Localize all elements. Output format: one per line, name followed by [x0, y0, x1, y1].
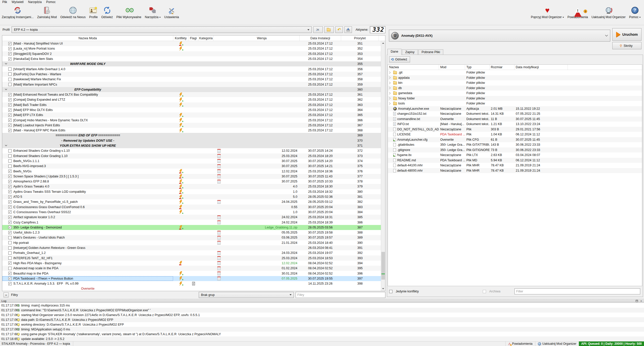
- mod-row[interactable]: [Maid] Warfare Important NPCs25.03.2024 …: [2, 82, 381, 87]
- file-tree-folder-row[interactable]: Nowy folderFolder plików: [388, 96, 642, 101]
- mod-row[interactable]: ✓PDA Taskboard - iTheon + Previous Butto…: [2, 276, 381, 281]
- file-tree-file-row[interactable]: AnomalyLauncher.cfgOverwritePlik CFG61 B…: [388, 137, 642, 142]
- separator-row[interactable]: YOUR EXTRA MODS SHOW UP HERE371: [2, 143, 381, 148]
- mod-checkbox[interactable]: [8, 251, 12, 255]
- expand-chevron-icon[interactable]: [389, 87, 392, 89]
- toolbar-button-zarządzaj-instancjami[interactable]: Zarządzaj Instancjami...: [0, 5, 35, 19]
- column-header-notes[interactable]: [214, 35, 224, 41]
- mod-row[interactable]: ✓[Compat] Dialog Expanded and LTTZ+25.03…: [2, 97, 381, 102]
- file-tree-file-row[interactable]: commandline.txtOverwriteDokument tekst..…: [388, 117, 642, 122]
- log-entry[interactable]: 01:17:18.658update available: 2.5.0 -> 2…: [0, 336, 644, 341]
- mod-checkbox[interactable]: ✓: [8, 282, 12, 285]
- mod-checkbox[interactable]: ✓: [8, 210, 12, 214]
- mod-row[interactable]: [hawkieowl] Warfare Mechanic Fix25.03.20…: [2, 77, 381, 82]
- close-icon[interactable]: ×: [640, 299, 642, 302]
- file-tree-folder-row[interactable]: binFolder plików: [388, 80, 642, 86]
- mod-row[interactable]: [DuxFortis] Dux Patches - Warfare25.03.2…: [2, 72, 381, 77]
- profile-select[interactable]: EFP 4.2 — kopia: [12, 26, 312, 33]
- mod-checkbox[interactable]: [8, 67, 12, 71]
- restore-backup-button[interactable]: ↶: [335, 26, 343, 33]
- mod-row[interactable]: ✓Beefs_NVGs+12.02.202425.03.2024 18:3637…: [2, 169, 381, 174]
- mod-checkbox[interactable]: ✓: [8, 272, 12, 275]
- mod-checkbox[interactable]: ✓: [8, 221, 12, 224]
- mod-row[interactable]: ✓C Consciousness Trees Overhaul SSS22+1.…: [2, 210, 381, 215]
- mod-checkbox[interactable]: ✓: [8, 113, 12, 117]
- separator-row[interactable]: EFP Compatibility360: [2, 87, 381, 92]
- mod-checkbox[interactable]: [8, 241, 12, 244]
- mod-checkbox[interactable]: ✓: [8, 119, 12, 122]
- mod-row[interactable]: ✓[Maid - Haruka] Simplified Vision UI+25…: [2, 41, 381, 46]
- mod-checkbox[interactable]: ✓: [8, 108, 12, 112]
- mod-row[interactable]: ✓Cozy Campfires.124.02.202425.03.2024 18…: [2, 220, 381, 225]
- mod-checkbox[interactable]: ✓: [8, 216, 12, 219]
- mod-row[interactable]: Maki's Gestures - Useful Idiots Patch03.…: [2, 235, 381, 240]
- file-tree-file-row[interactable]: README.mdPDA Taskboard ...Plik MD5.94 KB…: [388, 158, 642, 163]
- file-tree-folder-row[interactable]: toolsFolder plików: [388, 101, 642, 106]
- mod-row[interactable]: ✓Atmospherics EFP 2.68.8+30.07.202530.07…: [2, 179, 381, 184]
- column-header-file-date[interactable]: Data modyfikacji: [514, 65, 568, 70]
- mod-checkbox[interactable]: ✓: [8, 190, 12, 193]
- mod-checkbox[interactable]: ✓: [8, 200, 12, 204]
- mod-checkbox[interactable]: ✓: [8, 170, 12, 173]
- scroll-up-button[interactable]: [381, 41, 385, 45]
- group-by-select[interactable]: Brak grup: [199, 292, 294, 298]
- file-tree-file-row[interactable]: INFO.txt[Maid - Haruka]...Dokument tekst…: [388, 122, 642, 127]
- column-header-file-mod[interactable]: Mod: [439, 65, 465, 70]
- mod-row[interactable]: Hip portrait21.01.202425.03.2024 18:4039…: [2, 240, 381, 245]
- mod-row[interactable]: ✓350- Ledge Grabbing - Demonized+Ledge_G…: [2, 225, 381, 230]
- menu-item-pomoc[interactable]: Pomoc: [44, 0, 58, 4]
- toolbar-button-odwiedź-na-nexus[interactable]: Odwiedź na Nexus: [59, 5, 88, 19]
- mod-row[interactable]: ✓High Res PDA Maps - Bazingarrey12.02.20…: [2, 261, 381, 266]
- toolbar-button-ustawienia[interactable]: Ustawienia: [163, 5, 181, 19]
- mod-row[interactable]: Portraits_Overhaul_1.224.03.202425.03.20…: [2, 250, 381, 255]
- file-tree-file-row[interactable]: AnomalyLauncher.exeNiezarządzaneAplikacj…: [388, 106, 642, 111]
- file-tree-file-row[interactable]: .gitattributes350- Ledge Gra...Plik GITA…: [388, 142, 642, 147]
- toolbar-button-uaktualnij-mod-organizer[interactable]: Uaktualnij Mod Organizer: [590, 5, 627, 19]
- expand-chevron-icon[interactable]: [389, 71, 392, 74]
- expand-chevron-icon[interactable]: [389, 102, 392, 105]
- only-conflicts-checkbox[interactable]: [389, 290, 392, 293]
- mod-checkbox[interactable]: ✓: [8, 185, 12, 188]
- mod-row[interactable]: ✓[Compat] Hobo Matches - More Dynamic Ta…: [2, 118, 381, 123]
- expand-chevron-icon[interactable]: [389, 97, 392, 100]
- tab-dane[interactable]: Dane: [387, 49, 401, 55]
- mod-checkbox[interactable]: ✓: [8, 93, 12, 96]
- file-tree-folder-row[interactable]: gamedataFolder plików: [388, 91, 642, 96]
- shortcuts-button[interactable]: ⚲ Skróty: [612, 42, 641, 49]
- refresh-button[interactable]: ⟲ Odśwież: [389, 56, 410, 62]
- create-backup-button[interactable]: [344, 26, 352, 33]
- status-update[interactable]: Uaktualnij Mod Organizer: [535, 341, 579, 346]
- mod-row[interactable]: ✓[Maid] EFP LTX Edits+25.03.2024 17:1236…: [2, 112, 381, 118]
- mod-checkbox[interactable]: [8, 165, 12, 168]
- mod-checkbox[interactable]: [8, 78, 12, 81]
- toolbar-button-poprzyj-mod-organizer[interactable]: ♥Poprzyj Mod Organizer: [529, 5, 566, 19]
- scroll-down-button[interactable]: [381, 287, 385, 291]
- mod-checkbox[interactable]: [8, 159, 12, 163]
- mod-checkbox[interactable]: [8, 83, 12, 86]
- mod-row[interactable]: ✓Useful_Idiots-1.2.305.05.202530.07.2025…: [2, 230, 381, 235]
- mod-checkbox[interactable]: ✓: [8, 103, 12, 106]
- file-tree-file-row[interactable]: default-44100.mhrNiezarządzanePlik MHR78…: [388, 163, 642, 168]
- executable-select[interactable]: ☢ Anomaly (DX11-AVX): [389, 30, 610, 42]
- mod-checkbox[interactable]: ✓: [8, 124, 12, 127]
- mod-checkbox[interactable]: ✓: [8, 261, 12, 265]
- scrollbar-thumb[interactable]: [381, 252, 385, 280]
- tab-pobrane-pliki[interactable]: Pobrane Pliki: [418, 49, 444, 55]
- mod-row[interactable]: ✓Aydin's Grass Tweaks 4.0+4.025.03.2024 …: [2, 184, 381, 189]
- mod-checkbox[interactable]: [8, 149, 12, 152]
- toolbar-button-pliki-wykonywalne[interactable]: ⚙⚙Pliki Wykonywalne: [115, 5, 143, 19]
- menu-item-wyświetl[interactable]: Wyświetl: [9, 0, 26, 4]
- mod-checkbox[interactable]: ✓: [8, 226, 12, 229]
- log-entry[interactable]: 01:17:17.062working directory: D:/Games/…: [0, 322, 644, 327]
- toolbar-button-narzędzia[interactable]: Narzędzia: [143, 5, 163, 19]
- column-header-category[interactable]: Kategoria: [198, 35, 214, 41]
- archives-checkbox[interactable]: [483, 290, 486, 293]
- separator-row[interactable]: ============ END OF EFP ============369: [2, 133, 381, 138]
- mod-checkbox[interactable]: [8, 72, 12, 76]
- toolbar-button-zainstaluj-mod[interactable]: Zainstaluj Mod: [35, 5, 59, 19]
- mod-row[interactable]: [Vintar0] Warfare Alife Overhaul 1.4.025…: [2, 66, 381, 71]
- file-tree-folder-row[interactable]: appdataFolder plików: [388, 75, 642, 81]
- overwrite-row[interactable]: Overwrite: [2, 286, 381, 291]
- mod-checkbox[interactable]: [8, 154, 12, 158]
- mod-row[interactable]: ✓Grass_and_Trees_by_PanceRide_v1.5_patch…: [2, 199, 381, 204]
